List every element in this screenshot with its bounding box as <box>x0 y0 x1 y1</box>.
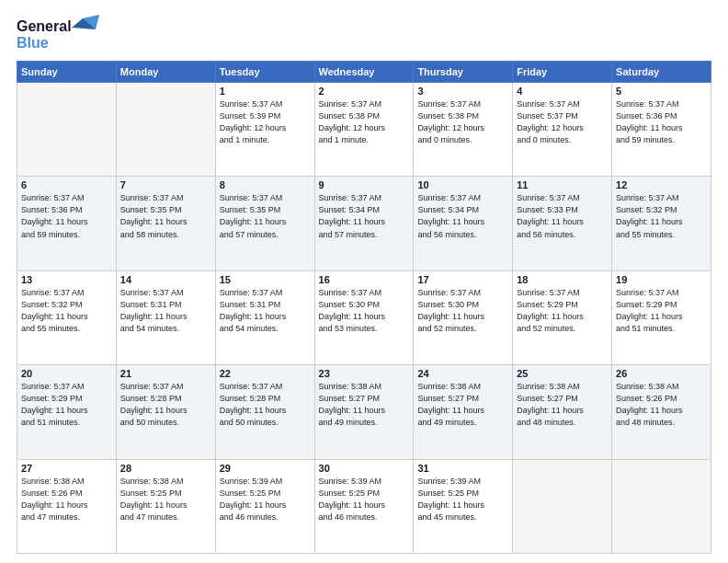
week-row-3: 13Sunrise: 5:37 AM Sunset: 5:32 PM Dayli… <box>17 270 711 364</box>
day-cell: 4Sunrise: 5:37 AM Sunset: 5:37 PM Daylig… <box>513 83 612 177</box>
day-number: 15 <box>220 274 311 285</box>
col-header-tuesday: Tuesday <box>215 62 314 83</box>
day-cell: 23Sunrise: 5:38 AM Sunset: 5:27 PM Dayli… <box>314 365 414 459</box>
day-info: Sunrise: 5:38 AM Sunset: 5:27 PM Dayligh… <box>417 381 508 429</box>
col-header-wednesday: Wednesday <box>314 62 414 83</box>
svg-text:General: General <box>17 18 72 34</box>
day-info: Sunrise: 5:38 AM Sunset: 5:26 PM Dayligh… <box>616 381 707 429</box>
day-cell: 20Sunrise: 5:37 AM Sunset: 5:29 PM Dayli… <box>17 365 117 459</box>
day-cell: 29Sunrise: 5:39 AM Sunset: 5:25 PM Dayli… <box>215 459 314 553</box>
day-info: Sunrise: 5:37 AM Sunset: 5:29 PM Dayligh… <box>21 381 112 429</box>
day-info: Sunrise: 5:37 AM Sunset: 5:34 PM Dayligh… <box>319 192 410 240</box>
day-number: 5 <box>616 86 707 97</box>
day-cell: 2Sunrise: 5:37 AM Sunset: 5:38 PM Daylig… <box>314 83 414 177</box>
day-number: 26 <box>616 368 707 379</box>
col-header-thursday: Thursday <box>414 62 513 83</box>
day-info: Sunrise: 5:38 AM Sunset: 5:27 PM Dayligh… <box>517 381 608 429</box>
day-cell: 6Sunrise: 5:37 AM Sunset: 5:36 PM Daylig… <box>17 177 117 270</box>
day-info: Sunrise: 5:37 AM Sunset: 5:39 PM Dayligh… <box>220 98 311 146</box>
day-number: 25 <box>517 368 608 379</box>
day-cell: 3Sunrise: 5:37 AM Sunset: 5:38 PM Daylig… <box>414 83 513 177</box>
day-info: Sunrise: 5:37 AM Sunset: 5:28 PM Dayligh… <box>220 381 311 429</box>
day-number: 7 <box>120 179 211 190</box>
svg-text:Blue: Blue <box>17 35 49 51</box>
day-number: 30 <box>319 463 410 474</box>
day-cell: 1Sunrise: 5:37 AM Sunset: 5:39 PM Daylig… <box>215 83 314 177</box>
day-info: Sunrise: 5:37 AM Sunset: 5:36 PM Dayligh… <box>616 98 707 146</box>
day-cell: 12Sunrise: 5:37 AM Sunset: 5:32 PM Dayli… <box>612 177 711 270</box>
day-info: Sunrise: 5:37 AM Sunset: 5:28 PM Dayligh… <box>120 381 211 429</box>
col-header-sunday: Sunday <box>17 62 117 83</box>
day-number: 13 <box>21 274 112 285</box>
col-header-saturday: Saturday <box>612 62 711 83</box>
day-number: 2 <box>319 86 410 97</box>
day-number: 4 <box>517 86 608 97</box>
day-cell: 16Sunrise: 5:37 AM Sunset: 5:30 PM Dayli… <box>314 270 414 364</box>
day-cell: 25Sunrise: 5:38 AM Sunset: 5:27 PM Dayli… <box>513 365 612 459</box>
day-cell: 15Sunrise: 5:37 AM Sunset: 5:31 PM Dayli… <box>215 270 314 364</box>
day-cell: 14Sunrise: 5:37 AM Sunset: 5:31 PM Dayli… <box>116 270 215 364</box>
week-row-4: 20Sunrise: 5:37 AM Sunset: 5:29 PM Dayli… <box>17 365 711 459</box>
day-number: 1 <box>220 86 311 97</box>
day-number: 27 <box>21 463 112 474</box>
day-info: Sunrise: 5:37 AM Sunset: 5:37 PM Dayligh… <box>517 98 608 146</box>
day-info: Sunrise: 5:37 AM Sunset: 5:35 PM Dayligh… <box>120 192 211 240</box>
day-cell: 10Sunrise: 5:37 AM Sunset: 5:34 PM Dayli… <box>414 177 513 270</box>
day-cell: 7Sunrise: 5:37 AM Sunset: 5:35 PM Daylig… <box>116 177 215 270</box>
day-info: Sunrise: 5:37 AM Sunset: 5:36 PM Dayligh… <box>21 192 112 240</box>
day-cell: 30Sunrise: 5:39 AM Sunset: 5:25 PM Dayli… <box>314 459 414 553</box>
week-row-5: 27Sunrise: 5:38 AM Sunset: 5:26 PM Dayli… <box>17 459 711 553</box>
col-header-friday: Friday <box>513 62 612 83</box>
day-info: Sunrise: 5:37 AM Sunset: 5:29 PM Dayligh… <box>517 287 608 335</box>
day-info: Sunrise: 5:39 AM Sunset: 5:25 PM Dayligh… <box>417 476 508 523</box>
header: GeneralBlue <box>17 15 711 53</box>
day-number: 6 <box>21 179 112 190</box>
day-cell: 19Sunrise: 5:37 AM Sunset: 5:29 PM Dayli… <box>612 270 711 364</box>
day-number: 12 <box>616 179 707 190</box>
day-number: 11 <box>517 179 608 190</box>
day-cell: 24Sunrise: 5:38 AM Sunset: 5:27 PM Dayli… <box>414 365 513 459</box>
day-cell: 28Sunrise: 5:38 AM Sunset: 5:25 PM Dayli… <box>116 459 215 553</box>
day-cell <box>116 83 215 177</box>
day-cell: 11Sunrise: 5:37 AM Sunset: 5:33 PM Dayli… <box>513 177 612 270</box>
day-info: Sunrise: 5:37 AM Sunset: 5:35 PM Dayligh… <box>220 192 311 240</box>
week-row-1: 1Sunrise: 5:37 AM Sunset: 5:39 PM Daylig… <box>17 83 711 177</box>
day-info: Sunrise: 5:37 AM Sunset: 5:33 PM Dayligh… <box>517 192 608 240</box>
day-number: 8 <box>220 179 311 190</box>
day-number: 16 <box>319 274 410 285</box>
day-cell: 18Sunrise: 5:37 AM Sunset: 5:29 PM Dayli… <box>513 270 612 364</box>
day-cell: 9Sunrise: 5:37 AM Sunset: 5:34 PM Daylig… <box>314 177 414 270</box>
day-cell: 8Sunrise: 5:37 AM Sunset: 5:35 PM Daylig… <box>215 177 314 270</box>
col-header-monday: Monday <box>116 62 215 83</box>
day-info: Sunrise: 5:37 AM Sunset: 5:31 PM Dayligh… <box>120 287 211 335</box>
day-cell: 17Sunrise: 5:37 AM Sunset: 5:30 PM Dayli… <box>414 270 513 364</box>
day-cell: 5Sunrise: 5:37 AM Sunset: 5:36 PM Daylig… <box>612 83 711 177</box>
day-info: Sunrise: 5:39 AM Sunset: 5:25 PM Dayligh… <box>220 476 311 523</box>
day-cell: 21Sunrise: 5:37 AM Sunset: 5:28 PM Dayli… <box>116 365 215 459</box>
day-number: 23 <box>319 368 410 379</box>
day-number: 22 <box>220 368 311 379</box>
day-number: 29 <box>220 463 311 474</box>
day-info: Sunrise: 5:38 AM Sunset: 5:25 PM Dayligh… <box>120 476 211 523</box>
week-row-2: 6Sunrise: 5:37 AM Sunset: 5:36 PM Daylig… <box>17 177 711 270</box>
day-info: Sunrise: 5:37 AM Sunset: 5:32 PM Dayligh… <box>21 287 112 335</box>
day-cell: 26Sunrise: 5:38 AM Sunset: 5:26 PM Dayli… <box>612 365 711 459</box>
day-number: 18 <box>517 274 608 285</box>
calendar-table: SundayMondayTuesdayWednesdayThursdayFrid… <box>17 61 711 554</box>
day-number: 3 <box>417 86 508 97</box>
day-number: 20 <box>21 368 112 379</box>
day-info: Sunrise: 5:37 AM Sunset: 5:34 PM Dayligh… <box>417 192 508 240</box>
day-number: 28 <box>120 463 211 474</box>
day-info: Sunrise: 5:37 AM Sunset: 5:30 PM Dayligh… <box>417 287 508 335</box>
day-info: Sunrise: 5:37 AM Sunset: 5:38 PM Dayligh… <box>319 98 410 146</box>
day-info: Sunrise: 5:38 AM Sunset: 5:26 PM Dayligh… <box>21 476 112 523</box>
page: GeneralBlue SundayMondayTuesdayWednesday… <box>0 0 728 563</box>
day-number: 21 <box>120 368 211 379</box>
day-info: Sunrise: 5:37 AM Sunset: 5:31 PM Dayligh… <box>220 287 311 335</box>
day-number: 19 <box>616 274 707 285</box>
day-info: Sunrise: 5:37 AM Sunset: 5:29 PM Dayligh… <box>616 287 707 335</box>
day-info: Sunrise: 5:39 AM Sunset: 5:25 PM Dayligh… <box>319 476 410 523</box>
day-info: Sunrise: 5:38 AM Sunset: 5:27 PM Dayligh… <box>319 381 410 429</box>
day-info: Sunrise: 5:37 AM Sunset: 5:30 PM Dayligh… <box>319 287 410 335</box>
logo: GeneralBlue <box>17 15 99 53</box>
